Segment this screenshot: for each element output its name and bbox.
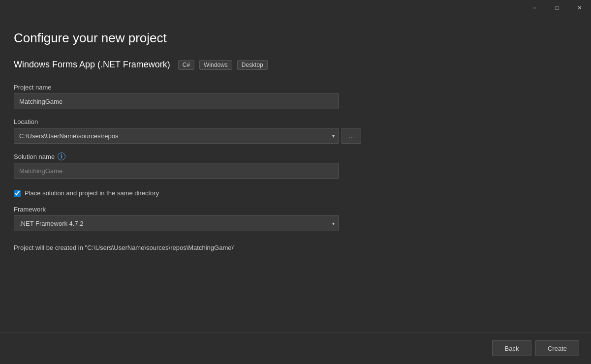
same-directory-checkbox-row: Place solution and project in the same d… — [14, 189, 577, 197]
form-section: Project name Location ▾ ... Solution nam… — [14, 84, 577, 322]
project-path-info: Project will be created in "C:\Users\Use… — [14, 244, 577, 251]
project-name-input[interactable] — [14, 93, 339, 109]
title-bar-controls: − □ ✕ — [523, 0, 591, 16]
title-bar: − □ ✕ — [0, 0, 591, 16]
page-title: Configure your new project — [14, 30, 577, 46]
back-button[interactable]: Back — [492, 340, 531, 356]
framework-select-wrapper: .NET Framework 4.7.2 .NET Framework 4.8 … — [14, 215, 339, 231]
location-label: Location — [14, 118, 577, 125]
maximize-button[interactable]: □ — [546, 0, 568, 16]
project-type-row: Windows Forms App (.NET Framework) C# Wi… — [14, 60, 577, 70]
project-name-label: Project name — [14, 84, 577, 91]
solution-name-input[interactable] — [14, 163, 339, 179]
project-name-group: Project name — [14, 84, 577, 109]
create-button[interactable]: Create — [535, 340, 579, 356]
tag-desktop: Desktop — [237, 60, 268, 70]
tag-csharp: C# — [178, 60, 194, 70]
same-directory-label[interactable]: Place solution and project in the same d… — [25, 189, 159, 197]
minimize-button[interactable]: − — [523, 0, 546, 16]
browse-button[interactable]: ... — [342, 128, 361, 144]
main-content: Configure your new project Windows Forms… — [0, 16, 591, 332]
same-directory-checkbox[interactable] — [14, 190, 21, 197]
location-input[interactable] — [14, 128, 339, 144]
location-group: Location ▾ ... — [14, 118, 577, 144]
solution-name-info-icon[interactable]: ℹ — [58, 152, 65, 160]
framework-group: Framework .NET Framework 4.7.2 .NET Fram… — [14, 206, 577, 231]
location-row: ▾ ... — [14, 128, 577, 144]
bottom-bar: Back Create — [0, 332, 591, 364]
project-type-name: Windows Forms App (.NET Framework) — [14, 60, 170, 70]
tag-windows: Windows — [199, 60, 232, 70]
solution-name-label: Solution name ℹ — [14, 152, 577, 160]
framework-label: Framework — [14, 206, 577, 213]
framework-select[interactable]: .NET Framework 4.7.2 .NET Framework 4.8 … — [14, 215, 339, 231]
solution-name-group: Solution name ℹ — [14, 152, 577, 179]
close-button[interactable]: ✕ — [568, 0, 591, 16]
configure-project-window: − □ ✕ Configure your new project Windows… — [0, 0, 591, 364]
location-wrapper: ▾ — [14, 128, 339, 144]
